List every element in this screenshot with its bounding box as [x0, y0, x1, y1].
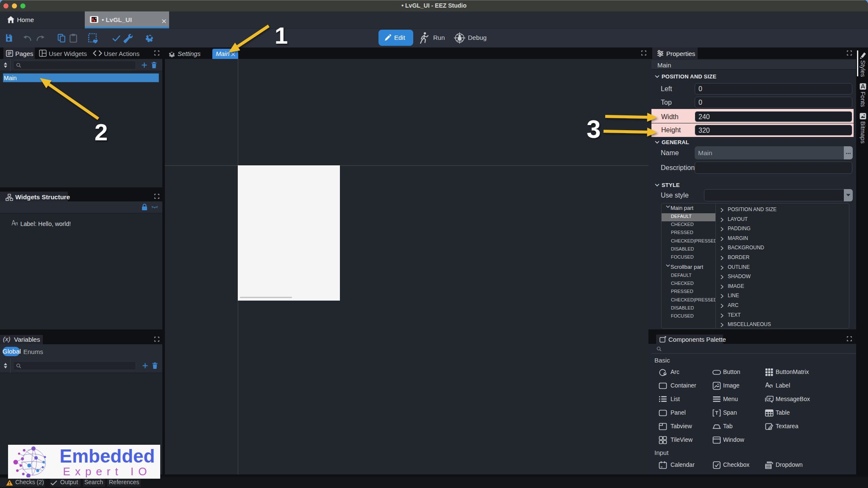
svg-text:1: 1 [275, 22, 288, 49]
svg-text:2: 2 [95, 119, 108, 145]
svg-text:3: 3 [587, 115, 601, 143]
